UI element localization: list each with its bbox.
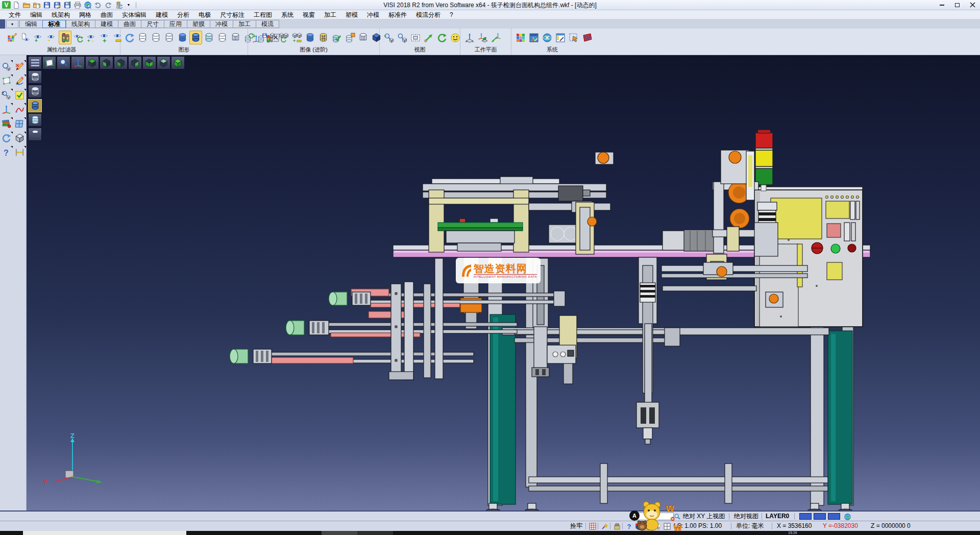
tab-machining[interactable]: 加工 xyxy=(233,20,256,28)
solid-view-icon[interactable] xyxy=(304,31,316,44)
menu-analysis[interactable]: 分析 xyxy=(173,10,194,19)
menu-edit[interactable]: 编辑 xyxy=(26,10,47,19)
export-solid-icon[interactable] xyxy=(344,31,356,44)
shade-solid-icon[interactable] xyxy=(28,99,42,112)
view-axis-icon[interactable] xyxy=(71,56,85,69)
maximize-button[interactable] xyxy=(949,0,965,10)
hide-remove-icon[interactable]: - xyxy=(45,31,58,44)
viewport-3d[interactable]: 智造资料网 INTELLIGENT MANUFACTURING DATA Z Y xyxy=(27,55,980,510)
menu-window[interactable]: 视窗 xyxy=(298,10,320,19)
shade-hidden-icon[interactable] xyxy=(28,85,42,98)
workplane-tool-icon[interactable] xyxy=(1,103,13,115)
menu-machining[interactable]: 加工 xyxy=(320,10,341,19)
dynamic-pan-icon[interactable] xyxy=(422,31,435,44)
color-swatch-3[interactable] xyxy=(828,513,840,520)
qat-customize-dropdown[interactable]: ▼ xyxy=(124,1,133,9)
show-all-icon[interactable]: + xyxy=(99,31,111,44)
library-tool-icon[interactable] xyxy=(1,117,13,130)
save-button[interactable] xyxy=(42,1,52,9)
dynamic-zoom-icon[interactable] xyxy=(57,56,70,69)
search-input[interactable] xyxy=(632,513,674,520)
menu-die[interactable]: 冲模 xyxy=(362,10,384,19)
refresh-view-icon[interactable] xyxy=(435,31,448,44)
help-status-icon[interactable]: ? xyxy=(625,522,633,530)
package-icon[interactable] xyxy=(634,522,643,530)
search-icon[interactable] xyxy=(673,513,681,521)
shade-transparent-icon[interactable] xyxy=(28,113,42,127)
zoom-select-icon[interactable]: + xyxy=(382,31,395,44)
grid-icon[interactable] xyxy=(580,31,593,44)
print-button[interactable] xyxy=(73,1,82,9)
close-button[interactable] xyxy=(965,0,980,10)
tab-die[interactable]: 冲模 xyxy=(210,20,233,28)
import-file-button[interactable] xyxy=(32,1,41,9)
tab-standard[interactable]: 标准 xyxy=(42,20,66,28)
tab-mold[interactable]: 塑膜 xyxy=(187,20,210,28)
tab-wireframe[interactable]: 线架构 xyxy=(66,20,95,28)
plane-tool-icon[interactable] xyxy=(1,75,13,87)
history-button[interactable] xyxy=(114,1,123,9)
settings-window-icon[interactable] xyxy=(527,31,540,44)
tabbar-dropdown[interactable]: ▼ xyxy=(6,20,18,28)
fit-plane-icon[interactable] xyxy=(42,56,56,69)
toggle-visibility-icon[interactable]: +- xyxy=(85,31,98,44)
tab-application[interactable]: 应用 xyxy=(164,20,187,28)
layer-traffic-icon[interactable] xyxy=(264,31,277,44)
tab-flow[interactable]: 模流 xyxy=(256,20,279,28)
workplane-align-icon[interactable] xyxy=(489,31,502,44)
view-bottom-icon[interactable] xyxy=(100,56,113,69)
toggle-cubes-icon[interactable]: + xyxy=(290,31,303,44)
menu-wireframe[interactable]: 线架构 xyxy=(47,10,75,19)
tab-dimension[interactable]: 尺寸 xyxy=(141,20,164,28)
tools-icon[interactable] xyxy=(612,522,621,530)
save-all-button[interactable] xyxy=(63,1,72,9)
view-top-icon[interactable] xyxy=(85,56,99,69)
wireframe-mode-icon[interactable] xyxy=(136,31,149,44)
zoom-extent-tool-icon[interactable]: ± xyxy=(1,89,13,101)
absolute-view-label[interactable]: 绝对视图 xyxy=(734,512,758,521)
mesh-solid-icon[interactable] xyxy=(357,31,370,44)
tab-modeling[interactable]: 建模 xyxy=(95,20,118,28)
magic-wand-icon[interactable] xyxy=(600,522,609,530)
view-isometric-icon[interactable] xyxy=(171,56,185,69)
new-file-button[interactable] xyxy=(12,1,21,9)
regen-graphics-icon[interactable] xyxy=(123,31,136,44)
attributes-palette-icon[interactable] xyxy=(6,31,18,44)
help-tool-icon[interactable]: ? xyxy=(1,146,13,158)
menu-system[interactable]: 系统 xyxy=(277,10,298,19)
workplane-triad-icon[interactable] xyxy=(463,31,476,44)
sketch-tool-icon[interactable] xyxy=(14,75,26,87)
measure-tool-icon[interactable] xyxy=(14,146,26,158)
confirm-tool-icon[interactable] xyxy=(14,89,26,101)
render-smiley-icon[interactable] xyxy=(449,31,461,44)
view-mode-label[interactable]: 绝对 XY 上视图 xyxy=(683,512,725,521)
layer-label[interactable]: LAYER0 xyxy=(766,512,789,521)
system-globe-icon[interactable] xyxy=(541,31,553,44)
cube-tool-icon[interactable] xyxy=(14,132,26,144)
menu-modeling[interactable]: 建模 xyxy=(151,10,173,19)
menu-mesh[interactable]: 网格 xyxy=(75,10,96,19)
view-front-icon[interactable] xyxy=(142,56,156,69)
view-right-icon[interactable] xyxy=(128,56,142,69)
solid-mode-status-icon[interactable] xyxy=(644,522,653,530)
save-as-button[interactable] xyxy=(53,1,62,9)
entity-attributes-icon[interactable] xyxy=(19,31,32,44)
menu-flow-analysis[interactable]: 模流分析 xyxy=(411,10,445,19)
open-file-button[interactable] xyxy=(22,1,31,9)
menu-file[interactable]: 文件 xyxy=(4,10,26,19)
bulb-icon[interactable] xyxy=(654,522,663,530)
transparent-mode-icon[interactable] xyxy=(203,31,215,44)
menu-standard-parts[interactable]: 标准件 xyxy=(384,10,411,19)
hidden-line-mode-icon[interactable] xyxy=(150,31,162,44)
table-settings-icon[interactable] xyxy=(554,31,567,44)
zoom-tool-icon[interactable] xyxy=(1,60,13,72)
grid-snap-icon[interactable] xyxy=(588,522,597,530)
curve-tool-icon[interactable] xyxy=(14,103,26,115)
ghost-mode-icon[interactable] xyxy=(163,31,176,44)
zoom-all-icon[interactable] xyxy=(396,31,408,44)
advanced-view-icon[interactable]: + xyxy=(251,31,263,44)
update-cubes-icon[interactable] xyxy=(277,31,290,44)
refresh-tool-icon[interactable] xyxy=(1,132,13,144)
redo-button[interactable] xyxy=(104,1,113,9)
view-left-icon[interactable] xyxy=(114,56,128,69)
